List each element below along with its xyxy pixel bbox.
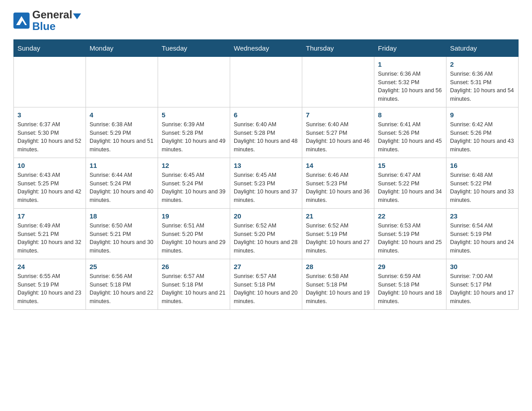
- calendar-week-row: 3Sunrise: 6:37 AM Sunset: 5:30 PM Daylig…: [14, 107, 519, 158]
- calendar-week-row: 24Sunrise: 6:55 AM Sunset: 5:19 PM Dayli…: [14, 259, 519, 309]
- calendar-cell: 2Sunrise: 6:36 AM Sunset: 5:31 PM Daylig…: [446, 56, 519, 107]
- calendar-week-row: 17Sunrise: 6:49 AM Sunset: 5:21 PM Dayli…: [14, 208, 519, 259]
- day-number: 1: [378, 60, 442, 68]
- day-number: 7: [306, 111, 370, 119]
- calendar-cell: 1Sunrise: 6:36 AM Sunset: 5:32 PM Daylig…: [374, 56, 446, 107]
- day-info: Sunrise: 6:52 AM Sunset: 5:20 PM Dayligh…: [234, 222, 298, 255]
- calendar-cell: 29Sunrise: 6:59 AM Sunset: 5:18 PM Dayli…: [374, 259, 446, 309]
- calendar-cell: 25Sunrise: 6:56 AM Sunset: 5:18 PM Dayli…: [86, 259, 158, 309]
- calendar-cell: 14Sunrise: 6:46 AM Sunset: 5:23 PM Dayli…: [302, 158, 374, 208]
- day-info: Sunrise: 6:48 AM Sunset: 5:22 PM Dayligh…: [450, 171, 515, 205]
- day-info: Sunrise: 6:46 AM Sunset: 5:23 PM Dayligh…: [306, 171, 370, 205]
- day-of-week-header: Wednesday: [230, 39, 302, 56]
- day-info: Sunrise: 6:47 AM Sunset: 5:22 PM Dayligh…: [378, 171, 442, 205]
- day-number: 2: [450, 60, 515, 68]
- calendar-cell: 22Sunrise: 6:53 AM Sunset: 5:19 PM Dayli…: [374, 208, 446, 259]
- calendar-cell: 6Sunrise: 6:40 AM Sunset: 5:28 PM Daylig…: [230, 107, 302, 158]
- calendar-table: SundayMondayTuesdayWednesdayThursdayFrid…: [13, 39, 519, 310]
- day-number: 30: [450, 263, 515, 270]
- day-info: Sunrise: 6:42 AM Sunset: 5:26 PM Dayligh…: [450, 120, 515, 154]
- day-info: Sunrise: 6:53 AM Sunset: 5:19 PM Dayligh…: [378, 222, 442, 255]
- day-info: Sunrise: 6:56 AM Sunset: 5:18 PM Dayligh…: [90, 272, 154, 306]
- day-info: Sunrise: 6:40 AM Sunset: 5:28 PM Dayligh…: [234, 120, 298, 154]
- calendar-cell: 19Sunrise: 6:51 AM Sunset: 5:20 PM Dayli…: [158, 208, 230, 259]
- day-info: Sunrise: 6:39 AM Sunset: 5:28 PM Dayligh…: [162, 120, 226, 154]
- day-number: 16: [450, 162, 515, 169]
- day-info: Sunrise: 6:37 AM Sunset: 5:30 PM Dayligh…: [17, 120, 82, 154]
- day-of-week-header: Sunday: [14, 39, 86, 56]
- calendar-cell: 11Sunrise: 6:44 AM Sunset: 5:24 PM Dayli…: [86, 158, 158, 208]
- day-info: Sunrise: 6:55 AM Sunset: 5:19 PM Dayligh…: [17, 272, 82, 306]
- calendar-header: SundayMondayTuesdayWednesdayThursdayFrid…: [14, 39, 519, 56]
- calendar-cell: 17Sunrise: 6:49 AM Sunset: 5:21 PM Dayli…: [14, 208, 86, 259]
- calendar-cell: 26Sunrise: 6:57 AM Sunset: 5:18 PM Dayli…: [158, 259, 230, 309]
- day-of-week-header: Friday: [374, 39, 446, 56]
- calendar-cell: 9Sunrise: 6:42 AM Sunset: 5:26 PM Daylig…: [446, 107, 519, 158]
- day-info: Sunrise: 6:52 AM Sunset: 5:19 PM Dayligh…: [306, 222, 370, 255]
- logo-text: General Blue: [32, 9, 81, 33]
- day-info: Sunrise: 6:41 AM Sunset: 5:26 PM Dayligh…: [378, 120, 442, 154]
- logo-area: General Blue: [13, 9, 81, 33]
- day-number: 5: [162, 111, 226, 119]
- calendar-cell: 20Sunrise: 6:52 AM Sunset: 5:20 PM Dayli…: [230, 208, 302, 259]
- day-number: 15: [378, 162, 442, 169]
- calendar-cell: [14, 56, 86, 107]
- day-of-week-header: Monday: [86, 39, 158, 56]
- day-number: 6: [234, 111, 298, 119]
- day-number: 24: [17, 263, 82, 270]
- day-number: 14: [306, 162, 370, 169]
- day-number: 3: [17, 111, 82, 119]
- calendar-cell: 27Sunrise: 6:57 AM Sunset: 5:18 PM Dayli…: [230, 259, 302, 309]
- days-of-week-row: SundayMondayTuesdayWednesdayThursdayFrid…: [14, 39, 519, 56]
- calendar-cell: [86, 56, 158, 107]
- day-info: Sunrise: 6:49 AM Sunset: 5:21 PM Dayligh…: [17, 222, 82, 255]
- day-number: 8: [378, 111, 442, 119]
- calendar-body: 1Sunrise: 6:36 AM Sunset: 5:32 PM Daylig…: [14, 56, 519, 309]
- logo-wrapper: General Blue: [13, 9, 81, 33]
- day-info: Sunrise: 6:50 AM Sunset: 5:21 PM Dayligh…: [90, 222, 154, 255]
- day-info: Sunrise: 6:51 AM Sunset: 5:20 PM Dayligh…: [162, 222, 226, 255]
- logo-icon: [13, 13, 30, 29]
- day-info: Sunrise: 6:36 AM Sunset: 5:32 PM Dayligh…: [378, 70, 442, 103]
- calendar-cell: 13Sunrise: 6:45 AM Sunset: 5:23 PM Dayli…: [230, 158, 302, 208]
- calendar-cell: 4Sunrise: 6:38 AM Sunset: 5:29 PM Daylig…: [86, 107, 158, 158]
- day-number: 25: [90, 263, 154, 270]
- page-header: General Blue: [13, 9, 519, 33]
- day-number: 19: [162, 212, 226, 220]
- day-info: Sunrise: 6:44 AM Sunset: 5:24 PM Dayligh…: [90, 171, 154, 205]
- calendar-cell: 21Sunrise: 6:52 AM Sunset: 5:19 PM Dayli…: [302, 208, 374, 259]
- day-number: 13: [234, 162, 298, 169]
- day-info: Sunrise: 7:00 AM Sunset: 5:17 PM Dayligh…: [450, 272, 515, 306]
- day-info: Sunrise: 6:38 AM Sunset: 5:29 PM Dayligh…: [90, 120, 154, 154]
- calendar-cell: 10Sunrise: 6:43 AM Sunset: 5:25 PM Dayli…: [14, 158, 86, 208]
- day-number: 18: [90, 212, 154, 220]
- day-number: 22: [378, 212, 442, 220]
- day-number: 27: [234, 263, 298, 270]
- day-number: 28: [306, 263, 370, 270]
- calendar-cell: [302, 56, 374, 107]
- day-number: 21: [306, 212, 370, 220]
- day-info: Sunrise: 6:36 AM Sunset: 5:31 PM Dayligh…: [450, 70, 515, 103]
- calendar-cell: 23Sunrise: 6:54 AM Sunset: 5:19 PM Dayli…: [446, 208, 519, 259]
- day-info: Sunrise: 6:57 AM Sunset: 5:18 PM Dayligh…: [234, 272, 298, 306]
- day-of-week-header: Tuesday: [158, 39, 230, 56]
- calendar-cell: 16Sunrise: 6:48 AM Sunset: 5:22 PM Dayli…: [446, 158, 519, 208]
- day-info: Sunrise: 6:59 AM Sunset: 5:18 PM Dayligh…: [378, 272, 442, 306]
- calendar-cell: 15Sunrise: 6:47 AM Sunset: 5:22 PM Dayli…: [374, 158, 446, 208]
- day-number: 26: [162, 263, 226, 270]
- day-number: 20: [234, 212, 298, 220]
- calendar-cell: 7Sunrise: 6:40 AM Sunset: 5:27 PM Daylig…: [302, 107, 374, 158]
- day-of-week-header: Thursday: [302, 39, 374, 56]
- calendar-week-row: 1Sunrise: 6:36 AM Sunset: 5:32 PM Daylig…: [14, 56, 519, 107]
- day-info: Sunrise: 6:58 AM Sunset: 5:18 PM Dayligh…: [306, 272, 370, 306]
- day-number: 10: [17, 162, 82, 169]
- calendar-cell: 28Sunrise: 6:58 AM Sunset: 5:18 PM Dayli…: [302, 259, 374, 309]
- calendar-cell: 18Sunrise: 6:50 AM Sunset: 5:21 PM Dayli…: [86, 208, 158, 259]
- day-info: Sunrise: 6:45 AM Sunset: 5:23 PM Dayligh…: [234, 171, 298, 205]
- day-of-week-header: Saturday: [446, 39, 519, 56]
- calendar-cell: 24Sunrise: 6:55 AM Sunset: 5:19 PM Dayli…: [14, 259, 86, 309]
- day-info: Sunrise: 6:54 AM Sunset: 5:19 PM Dayligh…: [450, 222, 515, 255]
- day-number: 4: [90, 111, 154, 119]
- calendar-cell: 30Sunrise: 7:00 AM Sunset: 5:17 PM Dayli…: [446, 259, 519, 309]
- day-info: Sunrise: 6:45 AM Sunset: 5:24 PM Dayligh…: [162, 171, 226, 205]
